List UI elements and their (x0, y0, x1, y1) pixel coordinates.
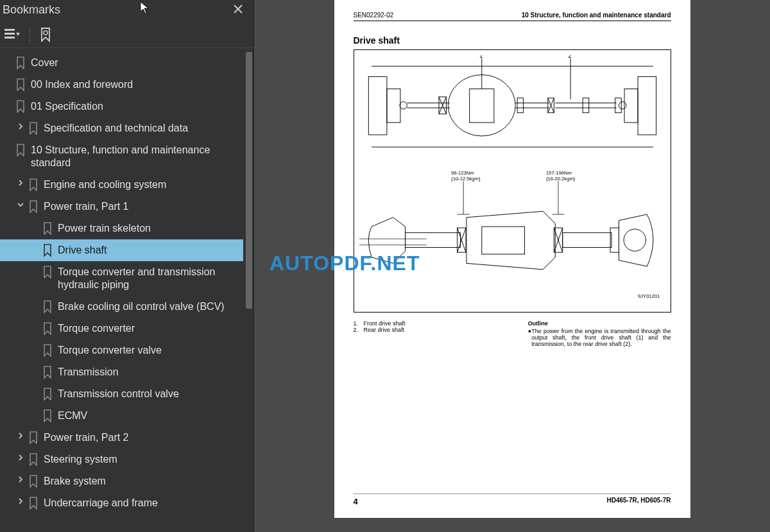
section-title: Drive shaft (354, 35, 671, 46)
bookmark-item[interactable]: Cover (0, 52, 243, 74)
bookmark-item[interactable]: Drive shaft (0, 239, 243, 261)
expander-spacer (1, 144, 14, 145)
chevron-down-icon[interactable] (14, 200, 27, 208)
bookmark-item[interactable]: Undercarriage and frame (0, 492, 243, 514)
expander-spacer (1, 56, 14, 58)
bookmark-icon (14, 56, 27, 69)
bookmark-icon (41, 344, 54, 357)
bookmark-icon (14, 78, 27, 91)
header-doc-id: SEN02292-02 (354, 12, 394, 19)
bookmark-label: Steering system (44, 453, 241, 466)
sidebar-toolbar (0, 22, 253, 48)
svg-rect-35 (562, 233, 611, 248)
chevron-right-icon[interactable] (14, 497, 27, 504)
diagram-code: 9JY01201 (638, 293, 660, 299)
bookmark-label: 01 Specification (31, 100, 241, 113)
callout-1: 1 (479, 55, 482, 59)
bookmark-label: Transmission (58, 366, 241, 379)
scrollbar[interactable] (246, 52, 252, 309)
bookmark-item[interactable]: Brake system (0, 470, 243, 492)
torque-1b: {10-12.5kgm} (451, 176, 481, 182)
bookmark-label: Drive shaft (58, 244, 241, 257)
bookmark-icon (14, 144, 27, 157)
expander-spacer (28, 266, 41, 267)
bookmark-label: Brake system (44, 475, 241, 488)
svg-rect-22 (638, 76, 656, 135)
callout-2: 2 (568, 55, 571, 59)
bookmark-label: Transmission control valve (58, 388, 241, 400)
chevron-right-icon[interactable] (14, 453, 27, 461)
bookmark-icon (27, 475, 40, 488)
chevron-right-icon[interactable] (14, 431, 27, 439)
bookmark-item[interactable]: Torque converter and transmission hydrau… (0, 261, 243, 296)
expander-spacer (28, 366, 41, 367)
bookmark-item[interactable]: Specification and technical data (0, 117, 243, 139)
bookmark-icon (41, 322, 54, 335)
bookmark-icon (27, 200, 40, 213)
svg-point-3 (44, 31, 47, 35)
bookmark-label: Brake cooling oil control valve (BCV) (58, 300, 241, 313)
bookmark-icon (41, 222, 54, 235)
sidebar-header: Bookmarks (0, 0, 253, 22)
svg-rect-10 (469, 89, 493, 122)
bookmark-icon (41, 244, 54, 257)
bookmark-label: Cover (31, 56, 241, 69)
bookmark-icon (27, 453, 40, 466)
find-bookmark-icon[interactable] (39, 27, 52, 42)
bookmark-icon (27, 497, 40, 510)
cursor-icon (140, 1, 150, 18)
legend-num-2: 2. (354, 327, 364, 333)
svg-point-37 (624, 229, 646, 251)
legend-row: 1.Front drive shaft 2.Rear drive shaft O… (354, 320, 671, 347)
bookmark-item[interactable]: ECMV (0, 405, 243, 427)
expander-spacer (28, 409, 41, 411)
bookmark-item[interactable]: Engine and cooling system (0, 174, 243, 196)
svg-point-8 (399, 102, 406, 109)
bookmark-item[interactable]: Brake cooling oil control valve (BCV) (0, 296, 243, 318)
bookmark-item[interactable]: Torque converter (0, 318, 243, 339)
bookmark-label: Torque converter (58, 322, 241, 335)
chevron-right-icon[interactable] (14, 475, 27, 483)
bookmark-label: Power train skeleton (58, 222, 241, 235)
outline-title: Outline (528, 320, 671, 327)
expander-spacer (1, 78, 14, 80)
expander-spacer (28, 300, 41, 302)
toolbar-divider (30, 27, 30, 42)
svg-point-24 (619, 102, 626, 109)
svg-rect-2 (4, 37, 15, 39)
bookmark-item[interactable]: Power train skeleton (0, 218, 243, 239)
options-icon[interactable] (4, 28, 21, 42)
chevron-right-icon[interactable] (14, 122, 27, 130)
outline-body: The power from the engine is transmitted… (531, 328, 671, 347)
expander-spacer (28, 222, 41, 223)
bookmark-label: Undercarriage and frame (44, 497, 241, 510)
svg-rect-1 (4, 33, 15, 35)
bookmark-label: 10 Structure, function and maintenance s… (31, 144, 241, 169)
bookmark-item[interactable]: Power train, Part 1 (0, 196, 243, 218)
bookmark-icon (27, 178, 40, 191)
bookmark-label: 00 Index and foreword (31, 78, 241, 91)
bookmark-icon (41, 409, 54, 422)
bookmark-tree-container: Cover00 Index and foreword01 Specificati… (0, 52, 253, 532)
bookmark-label: Power train, Part 2 (44, 431, 241, 444)
bookmark-icon (41, 388, 54, 400)
bookmark-item[interactable]: 10 Structure, function and maintenance s… (0, 139, 243, 174)
bookmark-item[interactable]: 01 Specification (0, 96, 243, 117)
chevron-right-icon[interactable] (14, 178, 27, 186)
bookmark-item[interactable]: Torque converter valve (0, 339, 243, 361)
bookmark-item[interactable]: Power train, Part 2 (0, 427, 243, 449)
bookmark-item[interactable]: Steering system (0, 449, 243, 470)
bookmark-label: ECMV (58, 409, 241, 422)
legend-left: 1.Front drive shaft 2.Rear drive shaft (354, 320, 528, 347)
expander-spacer (1, 100, 14, 101)
bookmark-item[interactable]: Transmission control valve (0, 383, 243, 405)
bookmark-item[interactable]: Transmission (0, 361, 243, 383)
close-icon[interactable] (230, 1, 246, 18)
svg-rect-33 (481, 227, 524, 254)
svg-rect-21 (615, 98, 621, 113)
legend-label-1: Front drive shaft (364, 320, 406, 327)
bookmark-label: Engine and cooling system (44, 178, 241, 191)
expander-spacer (28, 388, 41, 389)
bookmark-item[interactable]: 00 Index and foreword (0, 74, 243, 96)
expander-spacer (28, 244, 41, 245)
